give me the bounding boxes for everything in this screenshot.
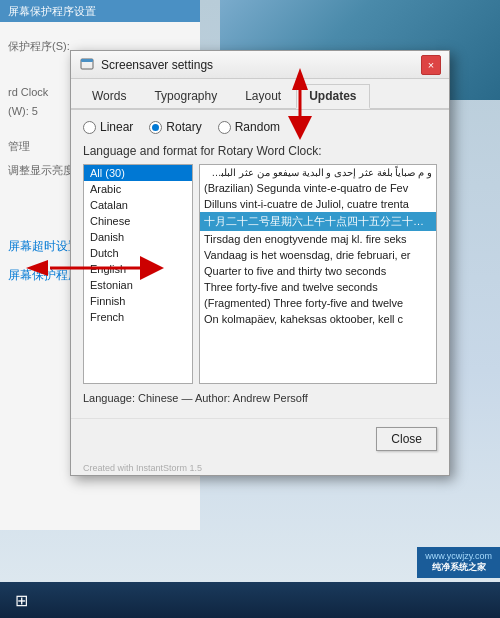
close-button[interactable]: Close: [376, 427, 437, 451]
section-label: Language and format for Rotary Word Cloc…: [83, 144, 437, 158]
tab-typography[interactable]: Typography: [141, 84, 230, 109]
created-with: Created with InstantStorm 1.5: [71, 461, 449, 475]
radio-group: Linear Rotary Random: [83, 120, 437, 134]
site-watermark: www.ycwjzy.com 纯净系统之家: [417, 547, 500, 578]
svg-rect-1: [81, 59, 93, 62]
wait-label: (W): 5: [8, 105, 38, 117]
lang-chinese[interactable]: Chinese: [84, 213, 192, 229]
watermark-url: www.ycwjzy.com: [425, 551, 492, 561]
dialog-footer: Close: [71, 418, 449, 461]
preview-0: و م صباياً بلغة عثر إحدى و البدية سيفعو …: [200, 165, 436, 180]
preview-6: Quarter to five and thirty two seconds: [200, 263, 436, 279]
radio-linear-circle: [83, 121, 96, 134]
radio-linear-label: Linear: [100, 120, 133, 134]
dialog-titlebar: Screensaver settings ×: [71, 51, 449, 79]
preview-7: Three forty-five and twelve seconds: [200, 279, 436, 295]
preview-list[interactable]: و م صباياً بلغة عثر إحدى و البدية سيفعو …: [199, 164, 437, 384]
lang-all[interactable]: All (30): [84, 165, 192, 181]
screensaver-section-label: 保护程序(S):: [8, 40, 70, 52]
preview-3: 十月二十二号星期六上午十点四十五分三十一秒: [200, 212, 436, 231]
lang-english[interactable]: English: [84, 261, 192, 277]
start-button[interactable]: ⊞: [6, 586, 36, 614]
language-list-scroll[interactable]: All (30) Arabic Catalan Chinese Danish D…: [84, 165, 192, 383]
preview-4: Tirsdag den enogtyvende maj kl. fire sek…: [200, 231, 436, 247]
tab-updates[interactable]: Updates: [296, 84, 369, 109]
radio-random-label: Random: [235, 120, 280, 134]
radio-rotary-circle: [149, 121, 162, 134]
tab-words[interactable]: Words: [79, 84, 139, 109]
language-preview-container: All (30) Arabic Catalan Chinese Danish D…: [83, 164, 437, 384]
radio-rotary[interactable]: Rotary: [149, 120, 201, 134]
watermark-brand: 纯净系统之家: [425, 561, 492, 574]
lang-estonian[interactable]: Estonian: [84, 277, 192, 293]
left-panel-title-text: 屏幕保护程序设置: [8, 4, 96, 19]
radio-linear[interactable]: Linear: [83, 120, 133, 134]
left-panel-title: 屏幕保护程序设置: [0, 0, 200, 22]
manage-label: 管理: [8, 140, 30, 152]
preview-9: On kolmapäev, kaheksas oktoober, kell c: [200, 311, 436, 327]
preview-1: (Brazilian) Segunda vinte-e-quatro de Fe…: [200, 180, 436, 196]
lang-catalan[interactable]: Catalan: [84, 197, 192, 213]
screensaver-settings-dialog: Screensaver settings × Words Typography …: [70, 50, 450, 476]
lang-arabic[interactable]: Arabic: [84, 181, 192, 197]
radio-random[interactable]: Random: [218, 120, 280, 134]
dialog-icon: [79, 57, 95, 73]
taskbar[interactable]: ⊞: [0, 582, 500, 618]
tab-layout[interactable]: Layout: [232, 84, 294, 109]
dialog-title: Screensaver settings: [101, 58, 421, 72]
radio-random-circle: [218, 121, 231, 134]
lang-danish[interactable]: Danish: [84, 229, 192, 245]
preview-2: Dilluns vint-i-cuatre de Juliol, cuatre …: [200, 196, 436, 212]
lang-french[interactable]: French: [84, 309, 192, 325]
preview-5: Vandaag is het woensdag, drie februari, …: [200, 247, 436, 263]
dialog-body: Linear Rotary Random Language and format…: [71, 110, 449, 414]
dialog-tabs: Words Typography Layout Updates: [71, 79, 449, 110]
radio-rotary-label: Rotary: [166, 120, 201, 134]
rd-clock-label: rd Clock: [8, 86, 48, 98]
info-row: Language: Chinese — Author: Andrew Perso…: [83, 392, 437, 404]
preview-8: (Fragmented) Three forty-five and twelve: [200, 295, 436, 311]
lang-finnish[interactable]: Finnish: [84, 293, 192, 309]
language-list[interactable]: All (30) Arabic Catalan Chinese Danish D…: [83, 164, 193, 384]
lang-dutch[interactable]: Dutch: [84, 245, 192, 261]
dialog-close-button[interactable]: ×: [421, 55, 441, 75]
